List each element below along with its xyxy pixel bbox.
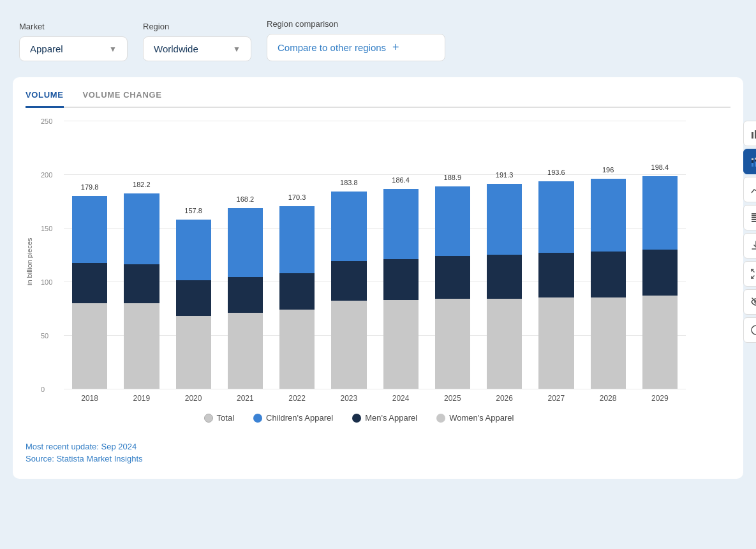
region-dropdown[interactable]: Worldwide ▼ bbox=[143, 36, 251, 61]
bar-total-label: 196 bbox=[602, 166, 614, 174]
bar-stack: 170.3 bbox=[279, 206, 315, 389]
y-axis-label: in billion pieces bbox=[26, 121, 33, 403]
bar-group: 157.8 bbox=[168, 121, 219, 389]
legend-label-mens: Men's Apparel bbox=[365, 413, 417, 423]
svg-rect-12 bbox=[752, 213, 756, 214]
bar-womens bbox=[72, 303, 107, 389]
legend-item-mens: Men's Apparel bbox=[352, 413, 417, 423]
market-control: Market Apparel ▼ bbox=[19, 22, 128, 61]
bar-mens bbox=[228, 277, 263, 312]
chart-tabs: VOLUME VOLUME CHANGE bbox=[26, 90, 730, 108]
tab-volume-change[interactable]: VOLUME CHANGE bbox=[83, 90, 162, 107]
bar-mens bbox=[435, 256, 470, 299]
bar-mens bbox=[538, 253, 574, 298]
svg-rect-15 bbox=[752, 219, 756, 220]
bar-womens bbox=[538, 297, 574, 389]
x-tick-label: 2026 bbox=[478, 394, 530, 403]
bar-stack: 183.8 bbox=[331, 192, 366, 389]
bar-childrens bbox=[279, 206, 315, 273]
x-tick-label: 2025 bbox=[427, 394, 478, 403]
expand-button[interactable] bbox=[743, 261, 756, 287]
update-text: Most recent update: Sep 2024 bbox=[26, 442, 692, 451]
chart-panel: VOLUME VOLUME CHANGE in billion pieces 2… bbox=[13, 77, 743, 479]
bar-womens bbox=[591, 297, 626, 389]
svg-rect-5 bbox=[752, 158, 753, 160]
sidebar-buttons: i bbox=[743, 121, 756, 343]
bar-stack: 157.8 bbox=[176, 220, 211, 389]
svg-rect-0 bbox=[752, 132, 753, 139]
svg-rect-3 bbox=[752, 163, 753, 167]
bar-childrens bbox=[331, 192, 366, 261]
bar-childrens bbox=[72, 196, 107, 264]
x-axis: 2018201920202021202220232024202520262027… bbox=[64, 394, 686, 403]
table-button[interactable] bbox=[743, 205, 756, 230]
x-tick-label: 2018 bbox=[64, 394, 115, 403]
legend-item-total: Total bbox=[204, 413, 234, 423]
chart-wrapper: in billion pieces 250200150100500179.818… bbox=[26, 121, 730, 463]
market-chevron-icon: ▼ bbox=[109, 45, 117, 54]
chart-legend: TotalChildren's ApparelMen's ApparelWome… bbox=[26, 413, 692, 423]
bar-womens bbox=[383, 300, 419, 389]
bar-childrens bbox=[538, 181, 574, 253]
bar-group: 168.2 bbox=[219, 121, 271, 389]
bar-womens bbox=[279, 310, 315, 389]
x-tick-label: 2027 bbox=[530, 394, 582, 403]
bar-mens bbox=[331, 261, 366, 301]
bar-group: 179.8 bbox=[64, 121, 115, 389]
bar-stack: 196 bbox=[591, 179, 626, 389]
bar-childrens bbox=[642, 176, 678, 250]
line-chart-button[interactable] bbox=[743, 177, 756, 202]
legend-dot-mens bbox=[352, 414, 361, 423]
chart-inner: 250200150100500179.8182.2157.8168.2170.3… bbox=[38, 121, 692, 403]
x-tick-label: 2024 bbox=[375, 394, 427, 403]
legend-label-womens: Women's Apparel bbox=[449, 413, 514, 423]
bar-group: 193.6 bbox=[530, 121, 582, 389]
comparison-button[interactable]: Compare to other regions + bbox=[267, 34, 445, 61]
y-tick-label: 100 bbox=[41, 278, 52, 286]
legend-item-womens: Women's Apparel bbox=[436, 413, 514, 423]
bar-mens bbox=[279, 273, 315, 310]
bar-total-label: 179.8 bbox=[81, 183, 99, 191]
download-button[interactable] bbox=[743, 233, 756, 259]
market-dropdown[interactable]: Apparel ▼ bbox=[19, 36, 128, 61]
stacked-chart-button[interactable] bbox=[743, 149, 756, 174]
tab-volume[interactable]: VOLUME bbox=[26, 90, 64, 108]
legend-item-childrens: Children's Apparel bbox=[253, 413, 333, 423]
x-tick-label: 2023 bbox=[323, 394, 374, 403]
bar-stack: 198.4 bbox=[642, 176, 678, 389]
bar-womens bbox=[487, 299, 522, 389]
bar-group: 183.8 bbox=[323, 121, 374, 389]
info-button[interactable]: i bbox=[743, 317, 756, 343]
x-tick-label: 2022 bbox=[271, 394, 323, 403]
bar-womens bbox=[176, 316, 211, 389]
bar-group: 186.4 bbox=[375, 121, 427, 389]
bar-womens bbox=[124, 303, 159, 389]
x-tick-label: 2028 bbox=[582, 394, 634, 403]
svg-rect-13 bbox=[752, 215, 756, 216]
region-label: Region bbox=[143, 22, 251, 31]
bar-total-label: 168.2 bbox=[237, 195, 255, 203]
bar-childrens bbox=[487, 184, 522, 255]
source-text: Source: Statista Market Insights bbox=[26, 454, 692, 463]
bar-stack: 186.4 bbox=[383, 189, 419, 389]
comparison-control: Region comparison Compare to other regio… bbox=[267, 19, 445, 61]
bar-chart-button[interactable] bbox=[743, 121, 756, 146]
y-tick-label: 50 bbox=[41, 332, 48, 340]
bar-womens bbox=[642, 296, 678, 389]
market-label: Market bbox=[19, 22, 128, 31]
x-tick-label: 2021 bbox=[219, 394, 271, 403]
grid-and-bars: 250200150100500179.8182.2157.8168.2170.3… bbox=[64, 121, 686, 389]
legend-label-total: Total bbox=[217, 413, 234, 423]
region-control: Region Worldwide ▼ bbox=[143, 22, 251, 61]
bar-total-label: 157.8 bbox=[184, 207, 202, 214]
bar-stack: 168.2 bbox=[228, 208, 263, 389]
x-tick-label: 2029 bbox=[634, 394, 686, 403]
comparison-text: Compare to other regions bbox=[278, 42, 386, 53]
y-tick-label: 250 bbox=[41, 117, 52, 125]
bar-womens bbox=[228, 313, 263, 389]
hide-button[interactable] bbox=[743, 289, 756, 315]
bar-group: 198.4 bbox=[634, 121, 686, 389]
x-tick-label: 2020 bbox=[168, 394, 219, 403]
bar-total-label: 198.4 bbox=[651, 163, 669, 171]
region-value: Worldwide bbox=[154, 43, 198, 54]
